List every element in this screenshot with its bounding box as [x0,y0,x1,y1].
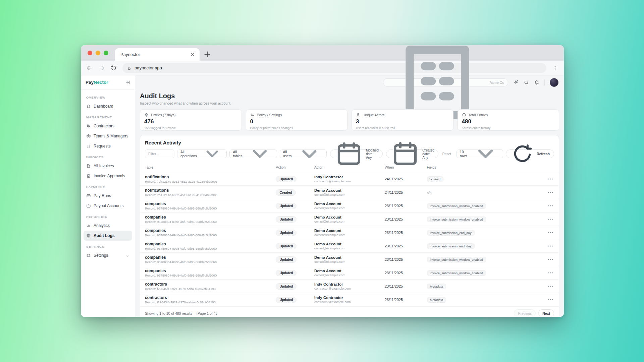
reload-button[interactable] [110,65,117,71]
stat-value: 3 [356,118,449,125]
sidebar-item-payout-accounts[interactable]: Payout Accounts [84,201,132,211]
row-menu-button[interactable] [547,269,554,277]
fields-badge: invoice_submission_window_enabled [427,270,486,276]
notifications-bell-icon[interactable] [534,80,539,85]
actor-name: Indy Contractor [314,296,385,300]
sidebar: PayNector OVERVIEWDashboardMANAGEMENTCon… [81,75,135,317]
sidebar-collapse-icon[interactable] [125,80,131,85]
new-tab-button[interactable] [203,50,212,59]
row-record-id: Record: 96780804-89c8-4af0-9d95-568d7c5d… [145,260,276,264]
column-header-actor: Actor [314,165,385,169]
tables-select[interactable]: All tables [229,149,277,158]
row-menu-button[interactable] [547,229,554,236]
users-icon [86,124,91,128]
row-table-name: notifications [145,188,276,193]
actor-email: owner@example.com [314,246,385,250]
sidebar-item-settings[interactable]: Settings [84,250,132,260]
row-menu-button[interactable] [547,242,554,250]
actor-name: Demo Account [314,242,385,246]
sidebar-item-invoice-approvals[interactable]: Invoice Approvals [84,171,132,181]
sidebar-item-pay-runs[interactable]: Pay Runs [84,191,132,201]
column-header-when: When [385,165,427,169]
sidebar-item-contractors[interactable]: Contractors [84,121,132,131]
browser-menu-button[interactable] [552,65,558,71]
rows-per-page-select[interactable]: 10 rows [457,149,503,158]
sidebar-item-analytics[interactable]: Analytics [84,221,132,231]
user-avatar[interactable] [550,78,558,87]
row-date: 23/11/2025 [385,217,427,221]
sidebar-item-requests[interactable]: Requests [84,141,132,151]
page-content: Audit Logs Inspect who changed what and … [135,89,564,317]
chevron-down-icon [246,140,273,167]
row-record-id: Record: 7d41214c-a952-4511-a125-412864b2… [145,193,276,197]
row-date: 23/11/2025 [385,244,427,248]
forward-button[interactable] [98,65,105,71]
sidebar-item-dashboard[interactable]: Dashboard [84,101,132,111]
browser-tab-strip: Paynector [81,45,564,61]
chevron-down-icon [125,253,129,257]
org-label: Acme Co [490,80,504,84]
chart-icon [86,223,91,228]
clipboard-check-icon [86,174,91,178]
operations-select[interactable]: All operations [177,149,227,158]
back-button[interactable] [86,65,93,71]
row-menu-button[interactable] [547,216,554,223]
next-page-button[interactable]: Next [538,309,554,317]
row-menu-button[interactable] [547,283,554,290]
org-switcher[interactable]: Acme Co [383,78,508,86]
row-menu-button[interactable] [547,189,554,196]
fields-value: n/a [427,191,432,195]
stat-card-total-entries: Total Entries480Across entire history [458,109,559,131]
sidebar-item-label: Requests [94,144,111,148]
table-row: companiesRecord: 96780804-89c8-4af0-9d95… [140,239,559,253]
main-area: Acme Co Audit Logs Inspect who changed w… [135,75,564,317]
calendar-icon [334,139,364,169]
sidebar-item-audit-logs[interactable]: Audit Logs [84,231,132,241]
chevron-down-icon [471,139,500,168]
sidebar-item-all-invoices[interactable]: All Invoices [84,161,132,171]
row-table-name: companies [145,228,276,233]
action-badge: Updated [276,283,297,290]
stat-card-entries-7-days: Entries (7 days)476156 flagged for revie… [140,109,242,131]
refresh-button[interactable]: Refresh [506,149,554,158]
close-window-button[interactable] [88,51,92,55]
sparkles-icon[interactable] [513,80,519,85]
checklist-icon [86,144,91,148]
row-menu-button[interactable] [547,175,554,183]
stats-row: Entries (7 days)476156 flagged for revie… [140,109,559,131]
filter-input[interactable] [145,149,174,158]
minimize-window-button[interactable] [96,51,100,55]
app-top-bar: Acme Co [135,75,564,89]
tab-close-icon[interactable] [190,52,196,58]
reset-filters-button[interactable]: Reset [442,152,451,156]
stat-sublabel: Across entire history [462,126,555,130]
browser-tab[interactable]: Paynector [115,48,200,61]
fields-badge: invoice_submission_end_day [427,243,475,249]
row-table-name: companies [145,215,276,220]
stat-card-policy-settings: Policy / Settings0Policy or preferences … [246,109,348,131]
users-select[interactable]: All users [280,149,327,158]
row-table-name: companies [145,201,276,206]
column-header-fields: Fields [427,165,539,169]
actor-name: Demo Account [314,215,385,219]
row-date: 23/11/2025 [385,298,427,302]
calendar-icon [390,139,420,169]
tab-title: Paynector [120,52,190,57]
sidebar-item-teams-managers[interactable]: Teams & Managers [84,131,132,141]
stat-label: Policy / Settings [257,113,282,117]
maximize-window-button[interactable] [104,51,108,55]
sidebar-section-payments: PAYMENTS [84,181,132,191]
row-menu-button[interactable] [547,202,554,209]
sidebar-item-label: Audit Logs [94,233,115,238]
created-date-filter[interactable]: Created date: Any [386,149,438,158]
previous-page-button[interactable]: Previous [514,309,536,317]
row-menu-button[interactable] [547,296,554,303]
results-summary: Showing 1 to 10 of 480 results [145,311,192,315]
table-row: companiesRecord: 96780804-89c8-4af0-9d95… [140,199,559,213]
row-menu-button[interactable] [547,256,554,263]
actor-email: contractor@example.com [314,287,385,290]
modified-date-filter[interactable]: Modified date: Any [330,149,383,158]
sidebar-item-label: Payout Accounts [94,203,123,208]
search-icon[interactable] [524,80,529,85]
filter-bar: All operations All tables All users [140,146,559,162]
